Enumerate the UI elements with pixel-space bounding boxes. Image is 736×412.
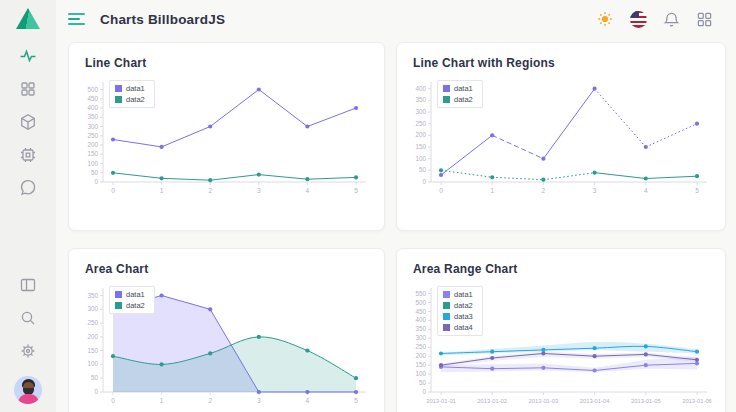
legend-label: data3 — [454, 312, 473, 321]
svg-text:5: 5 — [354, 397, 358, 404]
area-chart: 050100150200250300350012345data1data2 — [77, 284, 374, 408]
svg-text:2013-01-05: 2013-01-05 — [631, 398, 661, 404]
svg-text:0: 0 — [439, 187, 443, 194]
svg-text:400: 400 — [87, 104, 98, 111]
svg-text:250: 250 — [87, 319, 98, 326]
legend-item-data1[interactable]: data1 — [443, 290, 473, 299]
apps-button[interactable] — [694, 9, 714, 29]
sidebar-item-settings[interactable] — [12, 337, 44, 365]
line-chart: 050100150200250300350400450500012345data… — [77, 78, 374, 198]
svg-text:100: 100 — [415, 155, 426, 162]
card-area-chart: Area Chart 050100150200250300350012345da… — [68, 248, 385, 412]
user-avatar[interactable] — [14, 376, 42, 404]
svg-text:200: 200 — [415, 131, 426, 138]
sidebar-item-dashboard[interactable] — [12, 75, 44, 103]
card-title: Area Range Chart — [413, 262, 715, 276]
activity-icon — [19, 47, 37, 65]
svg-text:300: 300 — [415, 108, 426, 115]
legend-item-data3[interactable]: data3 — [443, 312, 473, 321]
legend-item-data2[interactable]: data2 — [115, 301, 145, 310]
svg-text:450: 450 — [415, 308, 426, 315]
brand-triangle-logo-icon[interactable] — [16, 8, 40, 29]
legend-item-data1[interactable]: data1 — [115, 290, 145, 299]
legend-item-data2[interactable]: data2 — [443, 95, 473, 104]
search-icon — [19, 309, 37, 327]
legend-item-data4[interactable]: data4 — [443, 323, 473, 332]
card-title: Line Chart with Regions — [413, 56, 715, 70]
svg-text:3: 3 — [257, 187, 261, 194]
sun-icon — [596, 10, 614, 28]
svg-text:100: 100 — [415, 370, 426, 377]
hamburger-menu-icon[interactable] — [68, 10, 88, 28]
legend-label: data2 — [454, 95, 473, 104]
legend-label: data1 — [126, 84, 145, 93]
svg-text:100: 100 — [87, 160, 98, 167]
layout-panel-icon — [19, 276, 37, 294]
header-actions — [595, 9, 714, 29]
svg-text:400: 400 — [415, 316, 426, 323]
svg-text:2013-01-06: 2013-01-06 — [682, 398, 712, 404]
legend-item-data1[interactable]: data1 — [115, 84, 145, 93]
notifications-button[interactable] — [661, 9, 681, 29]
sidebar-item-search[interactable] — [12, 304, 44, 332]
sidebar-item-components[interactable] — [12, 108, 44, 136]
svg-text:200: 200 — [415, 352, 426, 359]
legend-item-data1[interactable]: data1 — [443, 84, 473, 93]
card-line-chart-regions: Line Chart with Regions 0501001502002503… — [396, 42, 726, 231]
dashboard-grid-icon — [19, 80, 37, 98]
svg-text:1: 1 — [490, 187, 494, 194]
bell-icon — [663, 11, 680, 28]
us-flag-icon — [630, 11, 647, 28]
svg-text:2: 2 — [208, 397, 212, 404]
svg-text:5: 5 — [354, 187, 358, 194]
language-button[interactable] — [628, 9, 648, 29]
svg-text:4: 4 — [306, 187, 310, 194]
svg-text:100: 100 — [87, 360, 98, 367]
svg-text:350: 350 — [415, 325, 426, 332]
svg-text:350: 350 — [415, 96, 426, 103]
svg-text:150: 150 — [415, 143, 426, 150]
theme-toggle-button[interactable] — [595, 9, 615, 29]
legend-swatch — [443, 291, 450, 298]
svg-text:1: 1 — [160, 187, 164, 194]
svg-text:250: 250 — [87, 132, 98, 139]
legend-swatch — [443, 324, 450, 331]
svg-text:300: 300 — [87, 123, 98, 130]
card-title: Line Chart — [85, 56, 374, 70]
svg-text:5: 5 — [695, 187, 699, 194]
chart-legend: data1data2 — [109, 286, 155, 314]
svg-text:0: 0 — [111, 187, 115, 194]
card-line-chart: Line Chart 05010015020025030035040045050… — [68, 42, 385, 231]
package-box-icon — [19, 113, 37, 131]
sidebar-item-messages[interactable] — [12, 174, 44, 202]
avatar-shirt — [18, 394, 39, 404]
svg-text:50: 50 — [91, 374, 99, 381]
svg-text:0: 0 — [94, 388, 98, 395]
legend-swatch — [443, 85, 450, 92]
svg-text:2013-01-04: 2013-01-04 — [580, 398, 610, 404]
top-header: Charts BillboardJS — [56, 0, 736, 38]
line-chart-with-regions: 050100150200250300350400012345data1data2 — [405, 78, 715, 198]
sidebar-item-system[interactable] — [12, 141, 44, 169]
legend-label: data1 — [454, 290, 473, 299]
legend-item-data2[interactable]: data2 — [115, 95, 145, 104]
legend-swatch — [443, 96, 450, 103]
svg-text:0: 0 — [422, 178, 426, 185]
svg-text:2013-01-02: 2013-01-02 — [477, 398, 507, 404]
sidebar-item-charts[interactable] — [12, 42, 44, 70]
svg-text:200: 200 — [87, 141, 98, 148]
legend-item-data2[interactable]: data2 — [443, 301, 473, 310]
legend-swatch — [115, 96, 122, 103]
settings-gear-icon — [19, 342, 37, 360]
card-title: Area Chart — [85, 262, 374, 276]
svg-text:0: 0 — [111, 397, 115, 404]
sidebar-item-layout[interactable] — [12, 271, 44, 299]
svg-text:2: 2 — [542, 187, 546, 194]
svg-text:450: 450 — [87, 95, 98, 102]
svg-text:0: 0 — [94, 178, 98, 185]
svg-text:550: 550 — [415, 290, 426, 297]
card-area-range-chart: Area Range Chart 05010015020025030035040… — [396, 248, 726, 412]
chart-legend: data1data2 — [109, 80, 155, 108]
chat-bubble-icon — [19, 179, 37, 197]
svg-text:150: 150 — [415, 361, 426, 368]
